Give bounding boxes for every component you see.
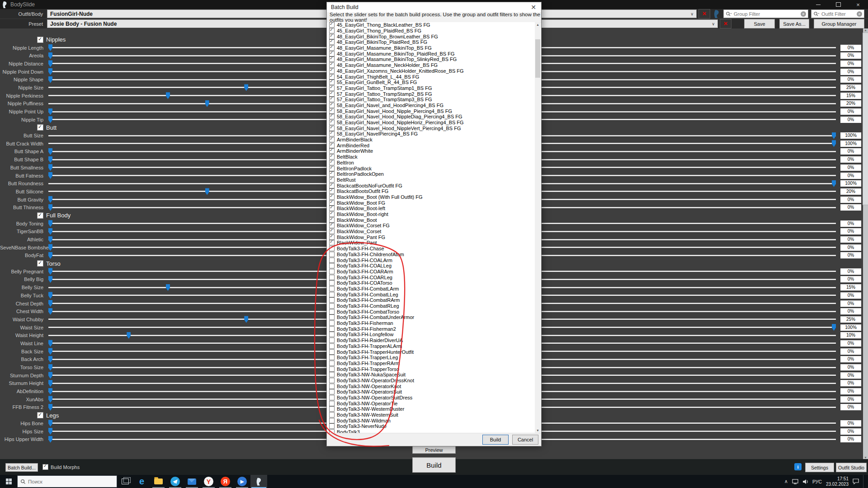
- batch-list-item[interactable]: BodyTalk3-FH-Longfellow: [329, 332, 535, 338]
- slider-thumb[interactable]: [48, 156, 52, 163]
- clear-outfit-filter-button[interactable]: ×: [698, 9, 710, 19]
- batch-list-item[interactable]: ✓BlackWidow_Corset FG: [329, 223, 535, 229]
- item-checkbox[interactable]: [329, 286, 335, 291]
- slider-thumb[interactable]: [832, 324, 836, 331]
- slider-value[interactable]: 0%: [840, 380, 861, 386]
- batch-list-item[interactable]: BodyTalk3-NW-WesternDuster: [329, 406, 535, 412]
- batch-list-item[interactable]: BodyTalk3-FH-CombatTorso: [329, 309, 535, 314]
- item-checkbox[interactable]: [329, 275, 335, 280]
- batch-list-item[interactable]: BodyTalk3-FH-COARLeg: [329, 274, 535, 280]
- slider-value[interactable]: 0%: [840, 236, 861, 243]
- slider-thumb[interactable]: [48, 44, 52, 51]
- slider-value[interactable]: 0%: [840, 221, 861, 227]
- network-icon[interactable]: [792, 479, 798, 484]
- batch-list-item[interactable]: BodyTalk3-NW-OperatorDressKnot: [329, 378, 535, 384]
- item-checkbox[interactable]: [329, 372, 335, 377]
- clear-preset-button[interactable]: ×: [720, 19, 731, 28]
- item-checkbox[interactable]: [329, 297, 335, 303]
- batch-build-button[interactable]: Batch Build...: [5, 463, 38, 472]
- preview-button[interactable]: Preview: [412, 446, 456, 454]
- batch-list-item[interactable]: ✓48_EasyGirl_Masamune_BikiniTop_SlinkyRe…: [329, 56, 535, 62]
- batch-list-item[interactable]: BodyTalk3-NW-OperatorSuitDress: [329, 395, 535, 401]
- slider-value[interactable]: 20%: [840, 188, 861, 195]
- slider-thumb[interactable]: [166, 284, 170, 291]
- item-checkbox[interactable]: [329, 314, 335, 320]
- minimize-button[interactable]: [808, 0, 828, 9]
- save-as-button[interactable]: Save As...: [779, 19, 809, 28]
- batch-list-item[interactable]: ✓58_EasyGirl_Navel_Hood_NippleHoriz_Pier…: [329, 120, 535, 126]
- slider-value[interactable]: 0%: [840, 388, 861, 394]
- batch-list-item[interactable]: BodyTalk3-FH-CombatRLeg: [329, 303, 535, 309]
- slider-value[interactable]: 0%: [840, 108, 861, 115]
- show-desktop-button[interactable]: [863, 475, 866, 488]
- slider-thumb[interactable]: [48, 292, 52, 299]
- action-center-icon[interactable]: [853, 479, 859, 484]
- batch-list-item[interactable]: BodyTalk3-FH-TrapperHunterOutfit: [329, 349, 535, 355]
- slider-value[interactable]: 0%: [840, 292, 861, 299]
- settings-button[interactable]: Settings: [805, 463, 834, 472]
- slider-thumb[interactable]: [48, 364, 52, 371]
- taskbar-explorer[interactable]: [150, 475, 167, 488]
- dialog-scrollbar[interactable]: ▲ ▼: [535, 22, 541, 433]
- info-icon[interactable]: i: [794, 463, 802, 470]
- slider-value[interactable]: 20%: [840, 100, 861, 107]
- slider-thumb[interactable]: [48, 404, 52, 411]
- task-view-button[interactable]: [117, 475, 133, 488]
- item-checkbox[interactable]: [329, 361, 335, 366]
- batch-list-item[interactable]: BodyTalk3-FH-COALArm: [329, 257, 535, 263]
- batch-list-item[interactable]: ✓55_EasyGirl_GunBelt_R_44_BS FG: [329, 80, 535, 85]
- batch-list-item[interactable]: BodyTalk3-NW-WesternSuit: [329, 412, 535, 418]
- batch-list-item[interactable]: BodyTalk3-FH-Fisherman2: [329, 326, 535, 332]
- slider-thumb[interactable]: [244, 84, 248, 91]
- slider-thumb[interactable]: [48, 268, 52, 275]
- slider-thumb[interactable]: [48, 220, 52, 227]
- slider-value[interactable]: 0%: [840, 52, 861, 59]
- slider-thumb[interactable]: [244, 316, 248, 323]
- slider-thumb[interactable]: [48, 340, 52, 347]
- batch-list-item[interactable]: BodyTalk3-NW-OperatorsSuit: [329, 389, 535, 395]
- slider-value[interactable]: 0%: [840, 348, 861, 355]
- slider-value[interactable]: 100%: [840, 132, 861, 139]
- item-checkbox[interactable]: [329, 406, 335, 412]
- taskbar-bodyslide[interactable]: [250, 475, 267, 488]
- slider-thumb[interactable]: [48, 348, 52, 355]
- item-checkbox[interactable]: [329, 269, 335, 274]
- volume-icon[interactable]: [802, 479, 808, 484]
- slider-thumb[interactable]: [205, 100, 209, 107]
- item-checkbox[interactable]: [329, 252, 335, 257]
- slider-value[interactable]: 0%: [840, 148, 861, 155]
- slider-value[interactable]: 0%: [840, 268, 861, 275]
- batch-list-item[interactable]: ✓58_EasyGirl_Navel_Hood_NippleDiag_Pierc…: [329, 114, 535, 120]
- batch-list-item[interactable]: BodyTalk3-FH-CombatUnderArmor: [329, 314, 535, 320]
- slider-value[interactable]: 0%: [840, 372, 861, 379]
- slider-value[interactable]: 0%: [840, 173, 861, 179]
- group-checkbox[interactable]: ✓: [37, 37, 43, 43]
- taskbar-media-player[interactable]: ▶: [234, 475, 250, 488]
- group-checkbox[interactable]: ✓: [37, 260, 43, 267]
- slider-thumb[interactable]: [127, 332, 131, 339]
- item-checkbox[interactable]: [329, 303, 335, 309]
- slider-thumb[interactable]: [832, 140, 836, 147]
- slider-thumb[interactable]: [48, 52, 52, 59]
- slider-value[interactable]: 0%: [840, 228, 861, 235]
- batch-list-item[interactable]: BodyTalk3-FH-Chase: [329, 246, 535, 252]
- slider-thumb[interactable]: [48, 428, 52, 435]
- slider-value[interactable]: 0%: [840, 45, 861, 51]
- batch-list-item[interactable]: ✓BeltBlack: [329, 154, 535, 160]
- slider-thumb[interactable]: [48, 148, 52, 155]
- batch-list-item[interactable]: BodyTalk3-FH-CombatRArm: [329, 297, 535, 303]
- batch-list-item[interactable]: ✓58_EasyGirl_Navel_Hood_Nipple_Piercing4…: [329, 108, 535, 114]
- item-checkbox[interactable]: [329, 332, 335, 337]
- slider-thumb[interactable]: [48, 436, 52, 443]
- item-checkbox[interactable]: [329, 389, 335, 394]
- item-checkbox[interactable]: [329, 401, 335, 406]
- batch-list-item[interactable]: ✓BlackWidow_Corset: [329, 229, 535, 235]
- slider-value[interactable]: 0%: [840, 117, 861, 123]
- hidden-icons-chevron[interactable]: ∧: [784, 479, 788, 484]
- slider-thumb[interactable]: [48, 108, 52, 115]
- item-checkbox[interactable]: [329, 423, 335, 429]
- slider-thumb[interactable]: [48, 372, 52, 379]
- batch-list-item[interactable]: BodyTalk3-FH-TrapperLLeg: [329, 355, 535, 361]
- slider-thumb[interactable]: [166, 92, 170, 99]
- slider-value[interactable]: 0%: [840, 69, 861, 75]
